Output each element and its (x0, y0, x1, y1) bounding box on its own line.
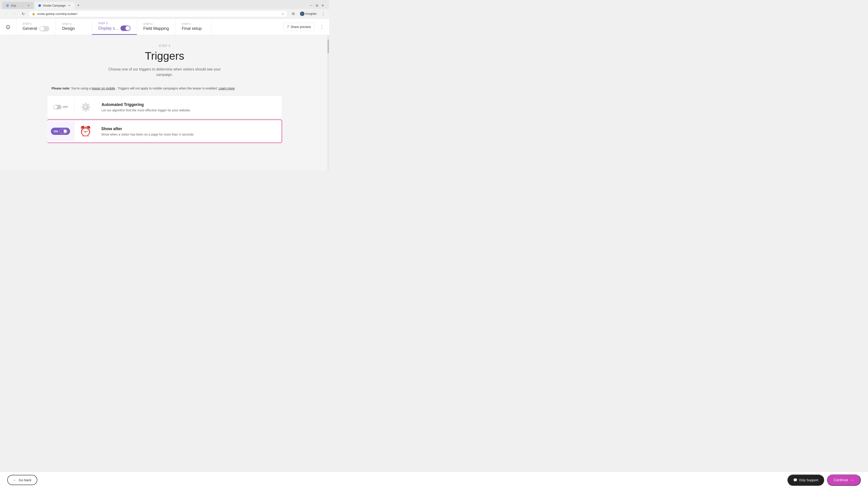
scrollbar[interactable] (327, 35, 329, 170)
minimize-button[interactable]: ─ (309, 3, 313, 8)
onsite-favicon: 🔵 (38, 4, 41, 7)
step-5-item[interactable]: STEP 5 Final setup (176, 19, 212, 35)
show-after-trigger-name: Show after (101, 127, 277, 131)
forward-button[interactable]: › (11, 11, 18, 17)
step-5-content: Final setup (182, 26, 205, 31)
address-bar: ‹ › ↻ 🔒 onsite.getdrip.com/drip-builder/… (0, 9, 329, 19)
logo-area[interactable]: ☺ (0, 19, 16, 35)
step-3-toggle-thumb (125, 26, 130, 31)
step-2-label: STEP 2 (62, 23, 86, 25)
automated-toggle-label: OFF (63, 105, 68, 109)
teaser-on-mobile-link[interactable]: teaser on mobile (92, 87, 115, 90)
show-after-toggle-area[interactable]: ON (47, 121, 74, 141)
step-1-toggle-track[interactable] (39, 26, 49, 31)
incognito-badge[interactable]: 👤 Incognito (298, 11, 318, 17)
page-description: Choose one of our triggers to determine … (101, 67, 228, 77)
automated-toggle-off: OFF (53, 105, 68, 109)
step-1-toggle-thumb (40, 26, 44, 31)
tab-onsite-label: Onsite Campaign (43, 4, 66, 7)
automated-toggle-area[interactable]: OFF (47, 98, 74, 116)
header-actions: ⤴ Share preview ⋮ (280, 23, 329, 31)
tab-drip-label: Drip (11, 4, 16, 7)
show-after-trigger-desc: Show when a visitor has been on a page f… (101, 133, 277, 136)
step-2-content: Design (62, 26, 86, 31)
bookmark-icon[interactable]: ☆ (281, 12, 284, 15)
notice-bold: Please note: (52, 87, 70, 90)
automated-toggle-thumb (54, 105, 57, 109)
tab-drip[interactable]: 🌀 Drip ✕ (2, 2, 34, 9)
drip-logo-icon: ☺ (5, 23, 11, 31)
step-1-item[interactable]: STEP 1 General (16, 19, 56, 35)
step-1-label: STEP 1 (23, 22, 49, 25)
automated-trigger-name: Automated Triggering (101, 102, 277, 107)
lock-icon: 🔒 (32, 12, 35, 15)
step-3-toggle-track[interactable] (121, 26, 130, 31)
step-3-item[interactable]: STEP 3 Display s... (92, 19, 137, 35)
back-button[interactable]: ‹ (3, 11, 9, 17)
show-after-icon-area: ⏰ (74, 120, 97, 142)
step-3-toggle[interactable] (121, 26, 130, 31)
step-indicator: STEP 3 (159, 44, 170, 47)
main-content: STEP 3 Triggers Choose one of our trigge… (0, 35, 329, 170)
browser-actions: ⧉ 👤 Incognito ⋮ (290, 11, 327, 17)
tab-bar: 🌀 Drip ✕ 🔵 Onsite Campaign ✕ + ─ ⧉ ✕ (0, 0, 329, 9)
step-4-item[interactable]: STEP 4 Field Mapping (137, 19, 176, 35)
show-after-trigger-text: Show after Show when a visitor has been … (97, 121, 282, 142)
step-4-label: STEP 4 (143, 23, 169, 25)
learn-more-link[interactable]: Learn more (219, 87, 235, 90)
new-tab-button[interactable]: + (75, 2, 81, 8)
automated-icon-area: ⚙️ (74, 96, 97, 119)
step-navigation: STEP 1 General STEP 2 Design STEP 3 Disp… (16, 19, 280, 35)
step-3-label: STEP 3 (98, 22, 130, 25)
page-title: Triggers (145, 50, 184, 62)
close-button[interactable]: ✕ (320, 3, 325, 8)
scrollbar-thumb[interactable] (328, 39, 329, 53)
incognito-icon: 👤 (300, 11, 305, 16)
show-after-toggle-on[interactable]: ON (51, 128, 70, 135)
share-preview-label: Share preview (291, 25, 311, 29)
tab-drip-close[interactable]: ✕ (27, 4, 30, 7)
drip-favicon: 🌀 (6, 4, 9, 7)
step-4-title: Field Mapping (143, 26, 169, 31)
restore-button[interactable]: ⧉ (315, 3, 319, 8)
app-header: ☺ STEP 1 General STEP 2 Design STEP (0, 19, 329, 35)
notice-text-middle: . Triggers will not apply to mobile camp… (116, 87, 219, 90)
window-controls: ─ ⧉ ✕ (307, 3, 327, 8)
tab-onsite-close[interactable]: ✕ (67, 4, 71, 7)
show-after-toggle-label: ON (54, 130, 58, 133)
show-after-card[interactable]: ON ⏰ Show after Show when a visitor has … (47, 120, 282, 143)
automated-trigger-desc: Let our algorithm find the most effectiv… (101, 108, 277, 112)
triggers-container: OFF ⚙️ Automated Triggering Let our algo… (47, 96, 282, 143)
step-3-title: Display s... (98, 26, 118, 31)
share-preview-button[interactable]: ⤴ Share preview (283, 23, 315, 31)
step-2-title: Design (62, 26, 75, 31)
step-5-title: Final setup (182, 26, 202, 31)
notice-bar: Please note: You're using a teaser on mo… (52, 87, 278, 90)
url-text: onsite.getdrip.com/drip-builder/ (37, 12, 280, 15)
step-5-label: STEP 5 (182, 23, 205, 25)
more-options-icon[interactable]: ⋮ (318, 23, 326, 31)
step-3-content: Display s... (98, 26, 130, 31)
show-after-toggle-thumb (64, 130, 67, 133)
step-1-toggle[interactable] (39, 26, 49, 31)
incognito-label: Incognito (305, 12, 316, 15)
url-bar[interactable]: 🔒 onsite.getdrip.com/drip-builder/ ☆ (29, 10, 288, 17)
automated-trigger-text: Automated Triggering Let our algorithm f… (97, 97, 282, 118)
step-4-content: Field Mapping (143, 26, 169, 31)
refresh-button[interactable]: ↻ (20, 11, 26, 17)
show-after-icon: ⏰ (79, 125, 92, 138)
extensions-button[interactable]: ⧉ (290, 11, 296, 17)
step-1-content: General (23, 26, 49, 31)
automated-triggering-icon: ⚙️ (79, 100, 92, 114)
step-1-title: General (23, 26, 37, 31)
automated-triggering-card[interactable]: OFF ⚙️ Automated Triggering Let our algo… (47, 96, 282, 119)
automated-toggle-track[interactable] (53, 105, 61, 109)
show-after-toggle-track (59, 129, 67, 133)
step-2-item[interactable]: STEP 2 Design (56, 19, 92, 35)
notice-text-before: You're using a (71, 87, 92, 90)
tab-onsite[interactable]: 🔵 Onsite Campaign ✕ (34, 2, 74, 9)
share-icon: ⤴ (287, 25, 289, 29)
more-options-button[interactable]: ⋮ (320, 11, 327, 17)
